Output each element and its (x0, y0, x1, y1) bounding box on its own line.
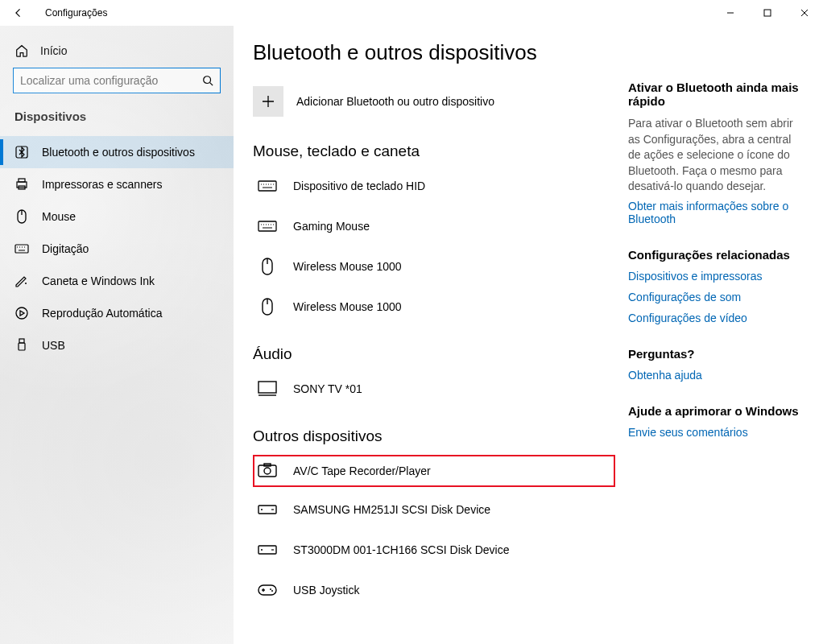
gamepad-icon (258, 581, 277, 599)
plus-icon (262, 95, 275, 108)
autoplay-icon (14, 306, 29, 320)
minimize-icon (726, 9, 734, 17)
content: Bluetooth e outros dispositivos Adiciona… (234, 26, 823, 644)
maximize-button[interactable] (749, 0, 786, 26)
mouse-icon (14, 209, 29, 224)
device-row[interactable]: Gaming Mouse (253, 210, 615, 242)
sidebar-item-typing[interactable]: Digitação (0, 233, 234, 265)
aside-bt-body: Para ativar o Bluetooth sem abrir as Con… (628, 116, 804, 195)
section-heading-other: Outros dispositivos (253, 427, 615, 445)
sidebar-item-label: USB (42, 339, 65, 352)
add-device-label: Adicionar Bluetooth ou outro dispositivo (296, 95, 494, 108)
search-box[interactable] (13, 68, 221, 93)
sidebar-home[interactable]: Início (0, 37, 234, 68)
device-label: Gaming Mouse (293, 220, 370, 233)
aside-bt-link[interactable]: Obter mais informações sobre o Bluetooth (628, 200, 804, 225)
monitor-icon (258, 380, 277, 398)
feedback-link[interactable]: Envie seus comentários (628, 426, 804, 439)
device-label: SONY TV *01 (293, 382, 362, 395)
sidebar-item-autoplay[interactable]: Reprodução Automática (0, 297, 234, 329)
device-row[interactable]: Wireless Mouse 1000 (253, 291, 615, 323)
sidebar-category: Dispositivos (0, 105, 234, 136)
back-arrow-icon (13, 7, 24, 19)
close-button[interactable] (786, 0, 823, 26)
add-device-button[interactable]: Adicionar Bluetooth ou outro dispositivo (253, 86, 615, 117)
sidebar-item-bluetooth[interactable]: Bluetooth e outros dispositivos (0, 136, 234, 168)
home-label: Início (40, 44, 67, 57)
section-heading-input: Mouse, teclado e caneta (253, 142, 615, 160)
sidebar-item-label: Bluetooth e outros dispositivos (42, 146, 195, 159)
section-heading-audio: Áudio (253, 345, 615, 363)
device-row[interactable]: ST3000DM 001-1CH166 SCSI Disk Device (253, 534, 615, 566)
window-title: Configurações (45, 7, 107, 19)
device-row[interactable]: SAMSUNG HM251JI SCSI Disk Device (253, 493, 615, 526)
keyboard-icon (14, 242, 29, 256)
maximize-icon (763, 9, 771, 17)
related-link[interactable]: Dispositivos e impressoras (628, 270, 804, 283)
aside-bt-heading: Ativar o Bluetooth ainda mais rápido (628, 80, 804, 108)
device-label: Wireless Mouse 1000 (293, 260, 402, 273)
device-row[interactable]: Dispositivo de teclado HID (253, 170, 615, 202)
printer-icon (14, 177, 29, 192)
related-link[interactable]: Configurações de vídeo (628, 312, 804, 324)
device-row[interactable]: Wireless Mouse 1000 (253, 250, 615, 283)
device-row[interactable]: SONY TV *01 (253, 373, 615, 405)
bluetooth-icon (14, 145, 29, 159)
sidebar-item-label: Reprodução Automática (42, 307, 162, 320)
keyboard-icon (258, 177, 277, 195)
aside-related-heading: Configurações relacionadas (628, 248, 804, 262)
minimize-button[interactable] (712, 0, 749, 26)
search-input[interactable] (20, 74, 202, 87)
drive-icon (258, 501, 277, 518)
drive-icon (258, 541, 277, 559)
page-heading: Bluetooth e outros dispositivos (253, 40, 615, 65)
search-icon (202, 75, 213, 86)
sidebar: Início Dispositivos Bluetooth e outros d… (0, 26, 234, 644)
pen-icon (14, 274, 29, 288)
sidebar-item-mouse[interactable]: Mouse (0, 200, 234, 233)
aside-improve-heading: Ajude a aprimorar o Windows (628, 404, 804, 418)
sidebar-item-printers[interactable]: Impressoras e scanners (0, 168, 234, 200)
aside-help-heading: Perguntas? (628, 347, 804, 361)
usb-icon (14, 338, 29, 353)
mouse-icon (258, 298, 277, 316)
keyboard-icon (258, 217, 277, 235)
sidebar-item-usb[interactable]: USB (0, 329, 234, 361)
sidebar-item-label: Impressoras e scanners (42, 178, 162, 191)
device-label: SAMSUNG HM251JI SCSI Disk Device (293, 503, 490, 516)
device-label: AV/C Tape Recorder/Player (293, 464, 431, 477)
device-row[interactable]: AV/C Tape Recorder/Player (253, 455, 615, 487)
camera-icon (258, 462, 277, 480)
help-link[interactable]: Obtenha ajuda (628, 369, 804, 382)
plus-tile (253, 86, 283, 117)
sidebar-item-pen[interactable]: Caneta e Windows Ink (0, 265, 234, 297)
sidebar-item-label: Caneta e Windows Ink (42, 275, 155, 287)
device-row[interactable]: USB Joystick (253, 574, 615, 606)
device-label: USB Joystick (293, 584, 359, 597)
related-link[interactable]: Configurações de som (628, 291, 804, 303)
sidebar-item-label: Digitação (42, 242, 89, 255)
mouse-icon (258, 258, 277, 275)
home-icon (14, 43, 29, 58)
back-button[interactable] (0, 0, 37, 26)
device-label: Dispositivo de teclado HID (293, 180, 425, 192)
close-icon (800, 9, 809, 17)
device-label: Wireless Mouse 1000 (293, 300, 402, 313)
titlebar: Configurações (0, 0, 823, 26)
sidebar-item-label: Mouse (42, 210, 76, 223)
device-label: ST3000DM 001-1CH166 SCSI Disk Device (293, 543, 509, 556)
